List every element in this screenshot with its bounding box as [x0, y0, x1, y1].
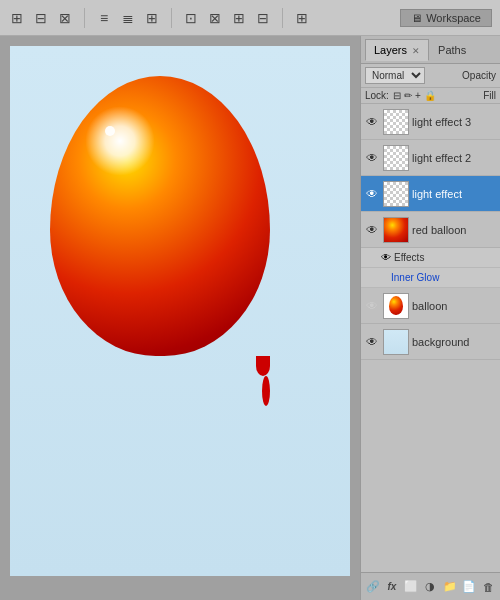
layer-name-light-effect: light effect	[412, 188, 497, 200]
visibility-icon-balloon[interactable]: 👁	[364, 298, 380, 314]
canvas-area[interactable]	[0, 36, 360, 600]
layers-panel: Layers ✕ Paths Normal Opacity Lock: ⊟ ✏ …	[360, 36, 500, 600]
main-content: Layers ✕ Paths Normal Opacity Lock: ⊟ ✏ …	[0, 36, 500, 600]
tab-layers-close[interactable]: ✕	[412, 46, 420, 56]
balloon-highlight-dot	[105, 126, 115, 136]
mask-icon[interactable]: ⬜	[404, 578, 419, 596]
inner-glow-row[interactable]: Inner Glow	[361, 268, 500, 288]
visibility-icon-light-effect[interactable]: 👁	[364, 186, 380, 202]
adjustment-icon[interactable]: ◑	[423, 578, 438, 596]
layer-row-balloon[interactable]: 👁 balloon	[361, 288, 500, 324]
layer-name-background: background	[412, 336, 497, 348]
layer-name-light-effect-2: light effect 2	[412, 152, 497, 164]
tab-paths-label: Paths	[438, 44, 466, 56]
fx-icon[interactable]: fx	[384, 578, 399, 596]
layers-bottom: 🔗 fx ⬜ ◑ 📁 📄 🗑	[361, 572, 500, 600]
toolbar: ⊞ ⊟ ⊠ ≡ ≣ ⊞ ⊡ ⊠ ⊞ ⊟ ⊞ 🖥 Workspace	[0, 0, 500, 36]
thumb-checker-1	[384, 110, 408, 134]
canvas[interactable]	[10, 46, 350, 576]
toolbar-icon-10[interactable]: ⊟	[254, 9, 272, 27]
balloon-knot	[256, 356, 270, 376]
layer-row-light-effect-2[interactable]: 👁 light effect 2	[361, 140, 500, 176]
blend-mode-select[interactable]: Normal	[365, 67, 425, 84]
toolbar-icon-1[interactable]: ⊞	[8, 9, 26, 27]
layer-row-background[interactable]: 👁 background	[361, 324, 500, 360]
folder-icon[interactable]: 📁	[442, 578, 457, 596]
toolbar-icon-2[interactable]: ⊟	[32, 9, 50, 27]
layer-thumb-background	[383, 329, 409, 355]
tab-layers[interactable]: Layers ✕	[365, 39, 429, 61]
visibility-icon-red-balloon[interactable]: 👁	[364, 222, 380, 238]
toolbar-separator3	[282, 8, 283, 28]
layer-name-red-balloon: red balloon	[412, 224, 497, 236]
effects-group-row[interactable]: 👁 Effects	[361, 248, 500, 268]
lock-position-icon[interactable]: +	[415, 90, 421, 101]
balloon-body	[50, 76, 270, 356]
thumb-checker-2	[384, 146, 408, 170]
inner-glow-label: Inner Glow	[391, 272, 500, 283]
thumb-bg	[384, 330, 408, 354]
layer-thumb-balloon	[383, 293, 409, 319]
visibility-icon-background[interactable]: 👁	[364, 334, 380, 350]
effects-eye-icon[interactable]: 👁	[381, 252, 391, 263]
toolbar-icon-4[interactable]: ≡	[95, 9, 113, 27]
delete-icon[interactable]: 🗑	[481, 578, 496, 596]
lock-row: Lock: ⊟ ✏ + 🔒 Fill	[361, 88, 500, 104]
layers-list: 👁 light effect 3 👁 light effect 2 👁	[361, 104, 500, 572]
toolbar-icon-5[interactable]: ≣	[119, 9, 137, 27]
layer-name-balloon: balloon	[412, 300, 497, 312]
opacity-label: Opacity	[462, 70, 496, 81]
lock-label: Lock:	[365, 90, 389, 101]
visibility-icon-light-effect-3[interactable]: 👁	[364, 114, 380, 130]
lock-icons: ⊟ ✏ + 🔒	[393, 90, 436, 101]
lock-all-icon[interactable]: 🔒	[424, 90, 436, 101]
toolbar-separator2	[171, 8, 172, 28]
balloon-tip	[262, 376, 270, 406]
workspace-label: Workspace	[426, 12, 481, 24]
toolbar-icon-6[interactable]: ⊞	[143, 9, 161, 27]
blend-row: Normal Opacity	[361, 64, 500, 88]
layer-thumb-light-effect-3	[383, 109, 409, 135]
workspace-button[interactable]: 🖥 Workspace	[400, 9, 492, 27]
balloon-light	[85, 106, 155, 176]
toolbar-icon-8[interactable]: ⊠	[206, 9, 224, 27]
fill-label: Fill	[483, 90, 496, 101]
lock-paint-icon[interactable]: ✏	[404, 90, 412, 101]
thumb-checker-3	[384, 182, 408, 206]
layer-row-light-effect-3[interactable]: 👁 light effect 3	[361, 104, 500, 140]
toolbar-icon-9[interactable]: ⊞	[230, 9, 248, 27]
balloon-container	[50, 76, 270, 406]
toolbar-icon-3[interactable]: ⊠	[56, 9, 74, 27]
layer-thumb-red-balloon	[383, 217, 409, 243]
tab-paths[interactable]: Paths	[429, 39, 475, 61]
lock-transparent-icon[interactable]: ⊟	[393, 90, 401, 101]
thumb-balloon-small	[389, 296, 403, 315]
tab-layers-label: Layers	[374, 44, 407, 56]
visibility-icon-light-effect-2[interactable]: 👁	[364, 150, 380, 166]
layer-thumb-light-effect	[383, 181, 409, 207]
new-layer-icon[interactable]: 📄	[461, 578, 476, 596]
layer-name-light-effect-3: light effect 3	[412, 116, 497, 128]
layer-row-red-balloon[interactable]: 👁 red balloon	[361, 212, 500, 248]
toolbar-left-icons: ⊞ ⊟ ⊠ ≡ ≣ ⊞ ⊡ ⊠ ⊞ ⊟ ⊞	[8, 8, 311, 28]
toolbar-icon-11[interactable]: ⊞	[293, 9, 311, 27]
toolbar-icon-7[interactable]: ⊡	[182, 9, 200, 27]
layer-row-light-effect[interactable]: 👁 light effect	[361, 176, 500, 212]
link-icon[interactable]: 🔗	[365, 578, 380, 596]
panel-tabs: Layers ✕ Paths	[361, 36, 500, 64]
thumb-balloon	[384, 218, 408, 242]
workspace-icon: 🖥	[411, 12, 422, 24]
toolbar-separator	[84, 8, 85, 28]
effects-group-label: Effects	[394, 252, 500, 263]
layer-thumb-light-effect-2	[383, 145, 409, 171]
